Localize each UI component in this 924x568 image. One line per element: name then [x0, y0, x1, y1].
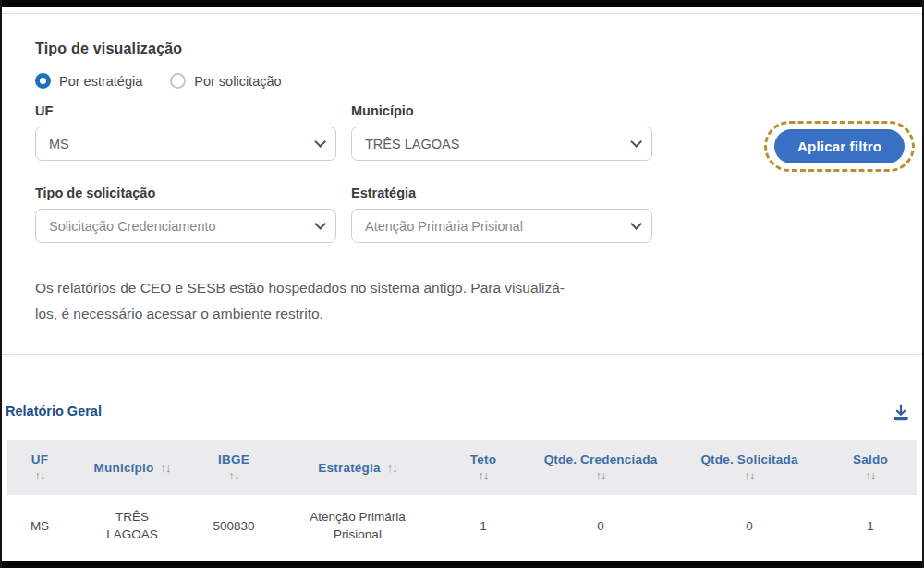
chevron-down-icon — [630, 218, 642, 230]
tipo-solicitacao-field: Tipo de solicitação Solicitação Credenci… — [35, 186, 336, 243]
column-label: Teto — [470, 453, 496, 466]
sort-icon[interactable]: ↑↓ — [596, 468, 606, 482]
table-row: MSTRÊS LAGOAS500830Atenção Primária Pris… — [7, 495, 917, 556]
chevron-down-icon — [314, 218, 326, 230]
column-header-uf[interactable]: UF↑↓ — [7, 440, 72, 495]
note-line-2: los, é necessário acessar o ambiente res… — [35, 301, 645, 327]
tipo-solicitacao-selected-value: Solicitação Credenciamento — [49, 219, 216, 234]
estrategia-select[interactable]: Atenção Primária Prisional — [351, 209, 652, 243]
cell-value: 0 — [597, 517, 604, 535]
uf-field: UF MS — [35, 103, 336, 161]
table-cell: MS — [7, 495, 72, 556]
radio-por-solicitacao[interactable]: Por solicitação — [170, 73, 281, 89]
table-cell: TRÊS LAGOAS — [72, 495, 192, 556]
cell-value: TRÊS LAGOAS — [95, 508, 169, 543]
sort-icon[interactable]: ↑↓ — [866, 468, 876, 482]
visualization-radio-group: Por estratégia Por solicitação — [35, 73, 282, 89]
visualization-type-heading: Tipo de visualização — [35, 41, 182, 57]
municipio-label: Município — [351, 103, 652, 118]
cell-value: Atenção Primária Prisional — [288, 508, 427, 543]
uf-selected-value: MS — [49, 137, 69, 151]
uf-select[interactable]: MS — [35, 127, 336, 161]
sort-icon[interactable]: ↑↓ — [35, 468, 45, 482]
note-line-1: Os relatórios de CEO e SESB estão hosped… — [35, 275, 645, 301]
filter-row-1: UF MS Município TRÊS LAGOAS — [35, 103, 652, 161]
cell-value: 0 — [746, 517, 753, 535]
sort-icon[interactable]: ↑↓ — [229, 468, 239, 482]
municipio-select[interactable]: TRÊS LAGOAS — [351, 127, 652, 161]
column-header-ibge[interactable]: IBGE↑↓ — [192, 440, 275, 495]
table-cell: 0 — [675, 495, 824, 556]
capture-frame-bottom — [0, 561, 924, 568]
legacy-system-note: Os relatórios de CEO e SESB estão hosped… — [35, 275, 645, 327]
report-table-container: UF↑↓Município↑↓IBGE↑↓Estratégia↑↓Teto↑↓Q… — [7, 440, 917, 556]
sort-icon[interactable]: ↑↓ — [479, 468, 489, 482]
click-annotation: Aplicar filtro — [764, 121, 915, 172]
column-label: Saldo — [853, 453, 888, 466]
column-label: Qtde. Credenciada — [544, 453, 658, 466]
filter-card-bottom-border — [2, 354, 922, 355]
radio-unselected-icon[interactable] — [170, 73, 186, 89]
cell-value: 1 — [867, 517, 874, 535]
filter-card-top-border — [2, 13, 922, 14]
table-cell: 1 — [824, 495, 917, 556]
cell-value: 1 — [480, 517, 487, 535]
apply-filter-button[interactable]: Aplicar filtro — [774, 129, 905, 163]
column-label: Município — [94, 461, 154, 475]
cell-value: 500830 — [213, 517, 254, 535]
table-cell: 500830 — [192, 495, 275, 556]
table-header: UF↑↓Município↑↓IBGE↑↓Estratégia↑↓Teto↑↓Q… — [7, 440, 917, 495]
report-table: UF↑↓Município↑↓IBGE↑↓Estratégia↑↓Teto↑↓Q… — [7, 440, 917, 556]
estrategia-field: Estratégia Atenção Primária Prisional — [351, 186, 652, 243]
sort-icon[interactable]: ↑↓ — [160, 461, 170, 475]
column-label: Estratégia — [318, 461, 380, 475]
column-header-qtde-credenciada[interactable]: Qtde. Credenciada↑↓ — [527, 440, 675, 495]
column-header-municipio[interactable]: Município↑↓ — [72, 440, 192, 495]
filter-row-2: Tipo de solicitação Solicitação Credenci… — [35, 186, 652, 243]
column-header-teto[interactable]: Teto↑↓ — [440, 440, 527, 495]
cell-value: MS — [30, 517, 49, 535]
report-title: Relatório Geral — [6, 404, 102, 418]
report-section-top-border — [2, 381, 922, 381]
chevron-down-icon — [314, 136, 326, 148]
tipo-solicitacao-select[interactable]: Solicitação Credenciamento — [35, 209, 336, 243]
uf-label: UF — [35, 103, 336, 118]
chevron-down-icon — [630, 136, 642, 148]
sort-icon[interactable]: ↑↓ — [745, 468, 755, 482]
app-window: Tipo de visualização Por estratégia Por … — [0, 0, 924, 568]
column-label: UF — [31, 453, 48, 466]
column-label: IBGE — [218, 453, 249, 466]
column-label: Qtde. Solicitada — [700, 453, 797, 466]
municipio-selected-value: TRÊS LAGOAS — [365, 137, 459, 151]
sort-icon[interactable]: ↑↓ — [387, 461, 397, 475]
radio-por-estrategia[interactable]: Por estratégia — [35, 73, 142, 89]
estrategia-label: Estratégia — [351, 186, 652, 200]
table-cell: Atenção Primária Prisional — [275, 495, 440, 556]
estrategia-selected-value: Atenção Primária Prisional — [365, 219, 523, 234]
tipo-solicitacao-label: Tipo de solicitação — [35, 186, 336, 200]
municipio-field: Município TRÊS LAGOAS — [351, 103, 652, 161]
download-icon[interactable] — [891, 403, 911, 423]
radio-selected-icon[interactable] — [35, 73, 51, 89]
table-cell: 0 — [527, 495, 675, 556]
column-header-saldo[interactable]: Saldo↑↓ — [824, 440, 917, 495]
column-header-qtde-solicitada[interactable]: Qtde. Solicitada↑↓ — [675, 440, 824, 495]
radio-label: Por solicitação — [194, 74, 281, 89]
radio-label: Por estratégia — [59, 74, 142, 89]
table-body: MSTRÊS LAGOAS500830Atenção Primária Pris… — [7, 495, 917, 556]
column-header-estrategia[interactable]: Estratégia↑↓ — [275, 440, 440, 495]
capture-frame-top — [0, 0, 924, 7]
table-cell: 1 — [440, 495, 527, 556]
capture-frame-left — [0, 0, 2, 568]
